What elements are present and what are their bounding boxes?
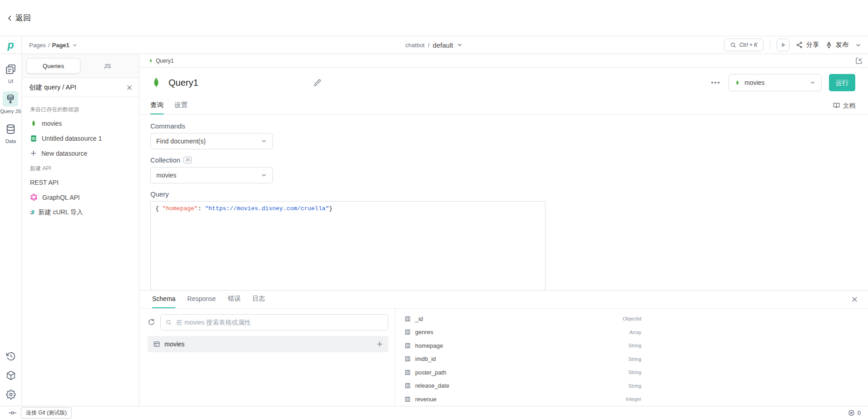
collection-label-row: Collection JS <box>150 156 857 164</box>
schema-field-row[interactable]: homepage String <box>404 339 641 353</box>
tab-response[interactable]: Response <box>187 291 216 308</box>
run-button[interactable]: 运行 <box>829 74 855 91</box>
chevron-down-icon <box>809 79 816 86</box>
deploy-button[interactable]: 发布 <box>825 41 848 49</box>
sidebar-item-data[interactable]: Data <box>3 121 19 144</box>
tab-settings[interactable]: 设置 <box>174 97 188 114</box>
code-line: { "homepage": "https://movies.disney.com… <box>155 205 332 212</box>
explorer-tabs: Queries JS <box>22 54 139 78</box>
schema-search-input-wrap <box>160 314 388 330</box>
datasource-item-untitled[interactable]: Untitled datasource 1 <box>22 131 139 146</box>
schema-table-row-movies[interactable]: movies <box>148 336 388 352</box>
book-icon <box>833 102 840 109</box>
schema-body: movies _id ObjectId <box>139 309 868 406</box>
schema-field-row[interactable]: release_date String <box>404 379 641 393</box>
google-sheets-icon <box>30 135 37 142</box>
tab-queries[interactable]: Queries <box>26 58 80 74</box>
more-options-icon[interactable] <box>709 80 721 85</box>
tab-query[interactable]: 查询 <box>150 97 164 114</box>
schema-search-row <box>148 314 388 330</box>
sidebar-item-ui[interactable]: UI <box>3 61 19 84</box>
plus-icon[interactable] <box>377 341 383 347</box>
graphql-api-item[interactable]: GraphQL API <box>22 190 139 205</box>
nav-rail: UI Query JS Data <box>0 54 22 406</box>
statusbar: 连接 Git (测试版) 0 <box>0 406 868 419</box>
share-label: 分享 <box>806 41 819 49</box>
schema-search-input[interactable] <box>175 318 383 326</box>
new-datasource-button[interactable]: New datasource <box>22 146 139 161</box>
rest-api-item[interactable]: REST API <box>22 175 139 190</box>
editor-tab-query1[interactable]: Query1 <box>149 58 174 64</box>
create-query-header: 创建 query / API <box>22 78 139 97</box>
rail-bottom <box>6 351 16 399</box>
schema-field-row[interactable]: revenue Integer <box>404 393 641 406</box>
settings-gear-icon[interactable] <box>6 389 16 399</box>
query-header: Query1 movies <box>139 68 868 91</box>
tab-errors[interactable]: 错误 <box>228 291 240 308</box>
graphql-icon <box>30 193 38 201</box>
schema-fields-pane: _id ObjectId genres Array homepage <box>395 309 868 406</box>
column-icon <box>404 355 411 362</box>
chevron-down-icon <box>456 42 463 48</box>
package-icon[interactable] <box>6 370 16 380</box>
schema-field-row[interactable]: genres Array <box>404 325 641 339</box>
app-logo[interactable]: p <box>0 36 22 54</box>
tab-schema[interactable]: Schema <box>152 291 175 308</box>
refresh-icon[interactable] <box>148 318 155 326</box>
breadcrumb[interactable]: Pages / Page1 <box>29 42 78 49</box>
sidebar-item-label: Query JS <box>0 108 21 114</box>
logo-letter: p <box>7 40 14 50</box>
js-toggle-badge[interactable]: JS <box>184 157 192 163</box>
section-new-api: 新建 API <box>22 161 139 175</box>
history-icon[interactable] <box>6 351 16 361</box>
play-icon <box>780 42 786 48</box>
query-code-editor[interactable]: { "homepage": "https://movies.disney.com… <box>150 201 546 290</box>
query-title-group: Query1 <box>150 76 314 89</box>
schema-field-row[interactable]: poster_path String <box>404 366 641 380</box>
datasource-name: movies <box>42 120 62 127</box>
app-env-switcher[interactable]: chatbot / default <box>405 41 462 49</box>
tab-logs[interactable]: 日志 <box>252 291 265 308</box>
tab-js[interactable]: JS <box>80 58 134 74</box>
close-icon[interactable] <box>851 296 858 303</box>
error-count: 0 <box>858 409 861 416</box>
breadcrumb-sep: / <box>48 42 50 49</box>
database-icon <box>3 121 19 137</box>
query-name[interactable]: Query1 <box>169 78 198 88</box>
bottom-panel: Schema Response 错误 日志 <box>139 290 868 406</box>
section-existing-datasources: 来自已存在的数据源 <box>22 102 139 116</box>
workspace: UI Query JS Data <box>0 54 868 406</box>
preview-play-button[interactable] <box>777 39 789 51</box>
search-icon <box>730 42 736 48</box>
edit-name-icon[interactable] <box>314 79 321 86</box>
datasource-select[interactable]: movies <box>729 74 822 91</box>
search-shortcut: Ctrl + K <box>739 42 758 48</box>
field-type: String <box>628 356 641 362</box>
deploy-menu-chevron-icon[interactable] <box>855 42 862 49</box>
sidebar-item-query-js[interactable]: Query JS <box>0 91 21 114</box>
query-subtabs: 查询 设置 文档 <box>139 97 868 115</box>
share-button[interactable]: 分享 <box>796 41 819 49</box>
docs-link[interactable]: 文档 <box>833 102 855 110</box>
rest-api-label: REST API <box>30 179 59 186</box>
close-icon[interactable] <box>126 84 133 91</box>
plus-icon <box>30 150 37 157</box>
back-button[interactable]: 返回 <box>6 13 31 23</box>
datasource-item-movies[interactable]: movies <box>22 116 139 131</box>
column-icon <box>404 369 411 376</box>
schema-field-row[interactable]: imdb_id String <box>404 352 641 366</box>
schema-field-list: _id ObjectId genres Array homepage <box>404 312 641 406</box>
collection-select[interactable]: movies <box>150 167 273 183</box>
commands-select[interactable]: Find document(s) <box>150 133 273 149</box>
mongodb-leaf-icon <box>30 120 37 127</box>
collapse-editor-icon[interactable] <box>855 57 863 64</box>
create-query-title: 创建 query / API <box>29 83 76 92</box>
schema-field-row[interactable]: _id ObjectId <box>404 312 641 326</box>
table-icon <box>153 340 160 348</box>
curl-import-item[interactable]: :// 新建 cURL 导入 <box>22 205 139 220</box>
curl-import-label: 新建 cURL 导入 <box>39 208 83 217</box>
omnibar-search-button[interactable]: Ctrl + K <box>724 39 764 51</box>
error-circle-icon[interactable] <box>848 409 855 416</box>
connect-git-button[interactable]: 连接 Git (测试版) <box>21 407 72 419</box>
toolbar-actions: Ctrl + K 分享 发布 <box>724 39 868 51</box>
